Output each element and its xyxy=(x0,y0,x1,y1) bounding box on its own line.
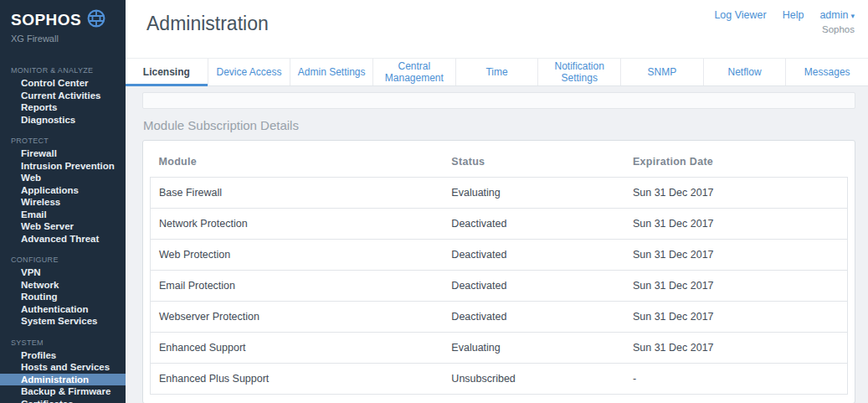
module-subscription-card: Module Status Expiration Date Base Firew… xyxy=(142,140,855,403)
sidebar-item-wireless[interactable]: Wireless xyxy=(0,196,126,209)
tab-device-access[interactable]: Device Access xyxy=(208,59,291,85)
sidebar-item-system-services[interactable]: System Services xyxy=(0,315,126,328)
sidebar-item-backup-firmware[interactable]: Backup & Firmware xyxy=(0,385,126,398)
status-cell: Deactivated xyxy=(443,271,624,302)
table-row-enhanced-plus-support: Enhanced Plus SupportUnsubscribed- xyxy=(151,364,848,395)
module-cell: Webserver Protection xyxy=(151,302,444,333)
tab-admin-settings[interactable]: Admin Settings xyxy=(290,59,373,85)
brand-block: SOPHOS XG Firewall xyxy=(0,0,126,44)
module-cell: Network Protection xyxy=(151,209,444,240)
collapsed-panel-strip[interactable] xyxy=(142,92,855,109)
sidebar-section-label-configure: CONFIGURE xyxy=(0,245,126,266)
sidebar-item-administration[interactable]: Administration xyxy=(0,374,126,386)
sidebar-item-profiles[interactable]: Profiles xyxy=(0,349,126,362)
brand-logo-text: SOPHOS xyxy=(11,11,81,29)
table-row-email-protection: Email ProtectionDeactivatedSun 31 Dec 20… xyxy=(151,271,848,302)
sidebar-item-certificates[interactable]: Certificates xyxy=(0,398,126,403)
help-link[interactable]: Help xyxy=(783,9,804,21)
sidebar-nav: MONITOR & ANALYZEControl CenterCurrent A… xyxy=(0,55,126,403)
sidebar: SOPHOS XG Firewall MONITOR & ANALYZECont… xyxy=(0,0,126,403)
expiration-cell: Sun 31 Dec 2017 xyxy=(624,240,848,271)
page-header: Administration Log Viewer Help admin▾ So… xyxy=(126,0,868,58)
status-cell: Deactivated xyxy=(443,240,624,271)
sidebar-item-web-server[interactable]: Web Server xyxy=(0,220,126,233)
content: Module Subscription Details Module Statu… xyxy=(126,86,868,403)
sidebar-item-web[interactable]: Web xyxy=(0,172,126,184)
expiration-cell: - xyxy=(624,364,848,395)
sidebar-item-reports[interactable]: Reports xyxy=(0,101,126,114)
column-header-status: Status xyxy=(443,147,624,178)
module-cell: Enhanced Support xyxy=(151,333,444,364)
sidebar-item-advanced-threat[interactable]: Advanced Threat xyxy=(0,233,126,245)
org-label: Sophos xyxy=(714,24,855,34)
table-row-web-protection: Web ProtectionDeactivatedSun 31 Dec 2017 xyxy=(151,240,848,271)
table-row-enhanced-support: Enhanced SupportEvaluatingSun 31 Dec 201… xyxy=(151,333,848,364)
sophos-shield-icon xyxy=(87,9,105,31)
tab-licensing[interactable]: Licensing xyxy=(126,59,208,85)
sidebar-item-routing[interactable]: Routing xyxy=(0,291,126,303)
main-area: Administration Log Viewer Help admin▾ So… xyxy=(126,0,868,403)
user-menu-label: admin xyxy=(819,9,848,21)
sidebar-item-current-activities[interactable]: Current Activities xyxy=(0,90,126,102)
module-cell: Web Protection xyxy=(151,240,444,271)
user-menu[interactable]: admin▾ xyxy=(819,9,855,21)
module-subscription-table: Module Status Expiration Date Base Firew… xyxy=(150,147,848,395)
sidebar-section-label-system: SYSTEM xyxy=(0,328,126,349)
expiration-cell: Sun 31 Dec 2017 xyxy=(624,302,848,333)
module-cell: Base Firewall xyxy=(151,178,444,209)
sidebar-item-email[interactable]: Email xyxy=(0,209,126,221)
table-header-row: Module Status Expiration Date xyxy=(151,147,848,178)
status-cell: Unsubscribed xyxy=(443,364,624,395)
expiration-cell: Sun 31 Dec 2017 xyxy=(624,271,848,302)
brand-product-label: XG Firewall xyxy=(11,34,126,44)
sidebar-item-intrusion-prevention[interactable]: Intrusion Prevention xyxy=(0,160,126,173)
status-cell: Evaluating xyxy=(443,333,624,364)
tab-messages[interactable]: Messages xyxy=(786,59,868,85)
sidebar-item-control-center[interactable]: Control Center xyxy=(0,77,126,90)
tab-central-management[interactable]: Central Management xyxy=(373,59,456,85)
module-cell: Enhanced Plus Support xyxy=(151,364,444,395)
log-viewer-link[interactable]: Log Viewer xyxy=(714,9,766,21)
column-header-expiration: Expiration Date xyxy=(624,147,848,178)
sidebar-section-label-monitor-analyze: MONITOR & ANALYZE xyxy=(0,55,126,77)
sidebar-section-label-protect: PROTECT xyxy=(0,126,126,147)
table-body: Base FirewallEvaluatingSun 31 Dec 2017Ne… xyxy=(151,178,848,395)
section-title: Module Subscription Details xyxy=(143,118,854,132)
table-row-network-protection: Network ProtectionDeactivatedSun 31 Dec … xyxy=(151,209,848,240)
sidebar-item-applications[interactable]: Applications xyxy=(0,184,126,197)
caret-down-icon: ▾ xyxy=(850,12,855,20)
expiration-cell: Sun 31 Dec 2017 xyxy=(624,178,848,209)
sidebar-item-vpn[interactable]: VPN xyxy=(0,266,126,279)
sidebar-item-firewall[interactable]: Firewall xyxy=(0,147,126,160)
top-links: Log Viewer Help admin▾ Sophos xyxy=(714,9,855,34)
sidebar-item-hosts-and-services[interactable]: Hosts and Services xyxy=(0,361,126,374)
expiration-cell: Sun 31 Dec 2017 xyxy=(624,333,848,364)
tab-snmp[interactable]: SNMP xyxy=(621,59,704,85)
status-cell: Deactivated xyxy=(443,302,624,333)
status-cell: Evaluating xyxy=(443,178,624,209)
tab-notification-settings[interactable]: Notification Settings xyxy=(538,59,621,85)
tab-netflow[interactable]: Netflow xyxy=(704,59,787,85)
sidebar-item-diagnostics[interactable]: Diagnostics xyxy=(0,114,126,127)
expiration-cell: Sun 31 Dec 2017 xyxy=(624,209,848,240)
tab-bar: LicensingDevice AccessAdmin SettingsCent… xyxy=(126,58,868,86)
status-cell: Deactivated xyxy=(443,209,624,240)
table-row-base-firewall: Base FirewallEvaluatingSun 31 Dec 2017 xyxy=(151,178,848,209)
column-header-module: Module xyxy=(151,147,444,178)
tab-time[interactable]: Time xyxy=(456,59,539,85)
sidebar-item-network[interactable]: Network xyxy=(0,279,126,292)
table-row-webserver-protection: Webserver ProtectionDeactivatedSun 31 De… xyxy=(151,302,848,333)
module-cell: Email Protection xyxy=(151,271,444,302)
sidebar-item-authentication[interactable]: Authentication xyxy=(0,303,126,316)
